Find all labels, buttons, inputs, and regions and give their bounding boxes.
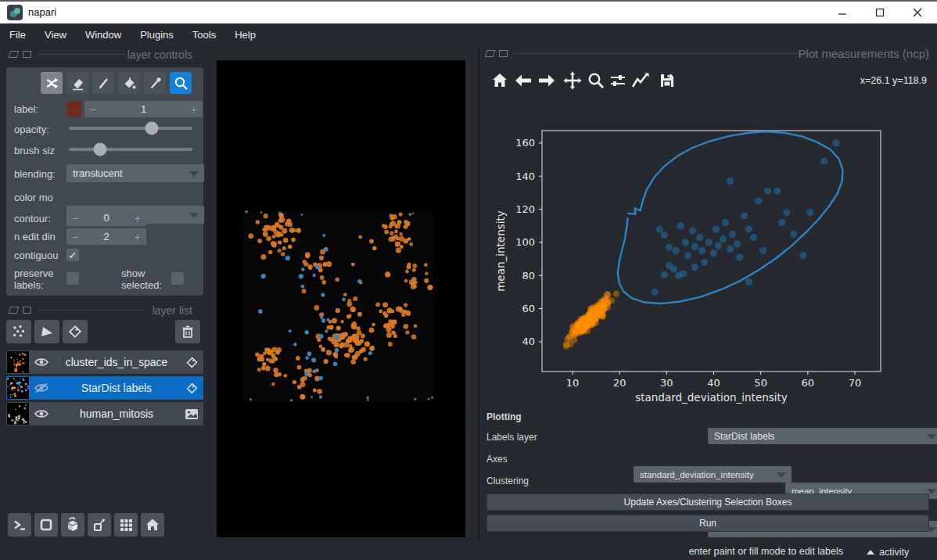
- menu-plugins[interactable]: Plugins: [131, 23, 183, 46]
- n-edit-dim-increment[interactable]: +: [135, 231, 141, 243]
- roll-dimensions-button[interactable]: [61, 513, 84, 537]
- magnifier-icon: [174, 76, 188, 91]
- paintbrush-icon: [96, 76, 111, 91]
- fill-bucket-icon: [122, 76, 137, 91]
- pan-zoom-button[interactable]: [170, 72, 192, 94]
- layer-row-human-mitosis[interactable]: human_mitosis: [6, 402, 203, 425]
- brush-size-slider-handle[interactable]: [93, 143, 106, 156]
- preserve-labels-checkbox[interactable]: [66, 272, 79, 285]
- new-labels-layer-button[interactable]: [63, 320, 88, 343]
- update-axes-clustering-button[interactable]: Update Axes/Clustering Selection Boxes: [486, 494, 929, 511]
- sliders-icon: [609, 72, 626, 89]
- layer-row-StarDist labels[interactable]: StarDist labels: [6, 376, 203, 400]
- color-picker-button[interactable]: [144, 72, 166, 94]
- plot-back-button[interactable]: [513, 70, 533, 91]
- svg-text:50: 50: [754, 377, 767, 389]
- grid-view-button[interactable]: [114, 513, 138, 537]
- opacity-slider-handle[interactable]: [145, 122, 158, 135]
- svg-text:140: 140: [515, 171, 535, 182]
- new-points-layer-button[interactable]: [6, 320, 31, 343]
- delete-layer-button[interactable]: [175, 320, 200, 343]
- contiguous-label: contiguou: [14, 249, 66, 261]
- n-edit-dim-value: 2: [103, 231, 109, 242]
- status-message: enter paint or fill mode to edit labels: [530, 546, 843, 557]
- plot-pan-button[interactable]: [562, 70, 583, 91]
- svg-text:20: 20: [613, 377, 626, 389]
- menu-view[interactable]: View: [35, 23, 76, 46]
- contour-label: contour:: [14, 213, 51, 224]
- layer-visibility-button[interactable]: [30, 382, 53, 394]
- fill-button[interactable]: [118, 72, 140, 94]
- dock-panel-icon[interactable]: [499, 50, 508, 57]
- n-edit-dim-decrement[interactable]: −: [72, 231, 78, 243]
- activity-label: activity: [879, 547, 909, 558]
- minimize-button[interactable]: [824, 2, 860, 23]
- label-decrement[interactable]: −: [90, 103, 96, 116]
- plot-save-button[interactable]: [657, 70, 677, 91]
- layer-controls-title: layer controls: [0, 48, 192, 61]
- label-increment[interactable]: +: [191, 103, 197, 116]
- cube-rotate-icon: [64, 516, 81, 533]
- activity-expander-icon: [867, 550, 874, 555]
- axes-label: Axes: [486, 454, 508, 465]
- n-edit-dim-label: n edit din: [14, 231, 66, 242]
- float-panel-icon[interactable]: [485, 50, 496, 57]
- contour-increment[interactable]: +: [135, 212, 141, 224]
- home-reset-view-button[interactable]: [141, 513, 164, 537]
- svg-text:60: 60: [802, 377, 815, 389]
- eraser-icon: [70, 76, 85, 91]
- menu-window[interactable]: Window: [76, 23, 131, 46]
- grid-icon: [119, 518, 134, 533]
- labels-layer-type-icon: [185, 382, 199, 395]
- console-button[interactable]: [8, 513, 31, 537]
- menu-file[interactable]: File: [0, 23, 35, 46]
- close-button[interactable]: [899, 2, 935, 23]
- opacity-slider[interactable]: [69, 120, 192, 136]
- toggle-ndisplay-button[interactable]: [34, 513, 58, 537]
- transpose-icon: [92, 517, 107, 533]
- plot-axes-config-button[interactable]: [630, 70, 651, 91]
- contour-spinbox[interactable]: − 0 +: [66, 210, 146, 226]
- contiguous-checkbox[interactable]: ✓: [66, 249, 79, 261]
- svg-text:30: 30: [660, 377, 673, 389]
- shuffle-colors-button[interactable]: [41, 72, 63, 94]
- home-icon: [145, 517, 160, 533]
- n-edit-dim-spinbox[interactable]: − 2 +: [66, 228, 146, 245]
- eye-icon: [34, 356, 49, 368]
- title-bar[interactable]: napari: [0, 2, 937, 23]
- viewer-canvas[interactable]: [217, 60, 465, 537]
- activity-toggle[interactable]: activity: [867, 544, 932, 560]
- erase-button[interactable]: [66, 72, 88, 94]
- labels-layer-dropdown[interactable]: StarDist labels: [708, 428, 937, 444]
- menu-help[interactable]: Help: [225, 23, 265, 46]
- new-shapes-layer-button[interactable]: [34, 320, 59, 343]
- show-selected-checkbox[interactable]: [171, 272, 184, 285]
- plot-home-button[interactable]: [490, 70, 510, 91]
- plot-subplots-button[interactable]: [608, 70, 628, 91]
- svg-text:160: 160: [515, 137, 535, 149]
- plot-forward-button[interactable]: [537, 70, 557, 91]
- axes-x-dropdown[interactable]: standard_deviation_intensity: [634, 466, 792, 483]
- axes-x-value: standard_deviation_intensity: [640, 470, 754, 479]
- layer-visibility-button[interactable]: [30, 407, 53, 420]
- layer-visibility-button[interactable]: [30, 356, 53, 368]
- layer-controls-panel: label: − 1 + opacity: brush siz blending…: [6, 67, 203, 296]
- maximize-button[interactable]: [862, 2, 898, 23]
- label-color-swatch[interactable]: [66, 102, 81, 117]
- magnifier-icon: [587, 72, 605, 89]
- brush-size-slider[interactable]: [69, 142, 192, 157]
- tag-icon: [67, 324, 83, 339]
- transpose-dimensions-button[interactable]: [88, 513, 111, 537]
- plot-zoom-button[interactable]: [586, 70, 606, 91]
- layer-name: cluster_ids_in_space: [53, 356, 180, 368]
- contour-decrement[interactable]: −: [72, 212, 78, 224]
- label-spinbox[interactable]: − 1 +: [84, 101, 203, 117]
- run-button[interactable]: Run: [486, 515, 929, 532]
- dock-splitter[interactable]: [478, 46, 479, 541]
- layer-row-cluster-ids-in-space[interactable]: cluster_ids_in_space: [6, 350, 203, 374]
- blending-dropdown[interactable]: translucent: [66, 164, 204, 182]
- measurement-scatter-plot[interactable]: 10203040506070406080100120140160standard…: [483, 117, 892, 408]
- menu-tools[interactable]: Tools: [183, 23, 225, 46]
- paint-button[interactable]: [92, 72, 114, 94]
- napari-window: napari File View Window Plugins Tools He…: [0, 0, 937, 560]
